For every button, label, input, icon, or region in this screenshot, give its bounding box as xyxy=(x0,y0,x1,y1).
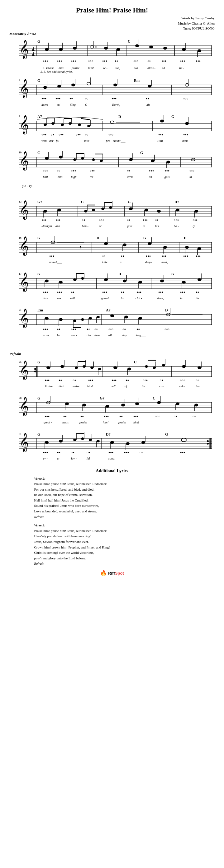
note xyxy=(135,402,139,405)
staff-svg-5: 𝄞 13 G7 C G D7 xyxy=(9,197,215,231)
lyric: to xyxy=(143,224,145,228)
lyric: chil - xyxy=(136,297,142,300)
lyric: him! xyxy=(103,421,108,424)
note xyxy=(163,246,167,249)
note xyxy=(101,208,104,210)
svg-text:●●: ●● xyxy=(71,290,75,294)
svg-text:○○○: ○○○ xyxy=(108,133,113,136)
note xyxy=(138,317,142,319)
note xyxy=(45,317,49,319)
verse2-line4: Hail him! hail him! Jesus the Crucified. xyxy=(34,498,190,503)
note xyxy=(194,210,198,213)
note xyxy=(43,86,47,89)
lyric: ho - xyxy=(174,224,179,228)
chord-G-5: G xyxy=(128,200,131,204)
note xyxy=(185,246,189,249)
lyric: Je - xyxy=(43,297,48,300)
note xyxy=(198,278,201,281)
lyric: Like xyxy=(102,260,108,264)
lyric: will xyxy=(70,297,75,300)
note xyxy=(81,318,84,321)
note xyxy=(96,316,100,318)
note xyxy=(75,367,78,369)
chord-C-9: C xyxy=(134,360,137,364)
svg-text:●●●: ●●● xyxy=(161,254,166,257)
note xyxy=(90,367,93,369)
lyric: him! xyxy=(133,421,139,424)
chord-D7-11: D7 xyxy=(106,432,111,436)
lyric-3: praise xyxy=(71,66,80,70)
svg-text:○○○: ○○○ xyxy=(155,415,160,418)
svg-text:○○●: ○○● xyxy=(143,379,148,382)
chord-D-8: D xyxy=(165,308,168,312)
treble-clef-4: 𝄞 xyxy=(19,151,29,171)
watermark[interactable]: 🔥 RiffSpot xyxy=(9,570,215,577)
lyric: him! xyxy=(58,175,63,179)
staff-svg-10: 𝄞 28 G G7 C xyxy=(9,393,215,428)
svg-text:●●●: ●●● xyxy=(102,290,107,294)
words-credit: Words by Fanny Crosby xyxy=(9,16,215,21)
measure-num-28: 28 xyxy=(19,396,22,400)
lyric: joy - xyxy=(71,457,77,460)
lyric: car - xyxy=(71,334,77,337)
svg-text:●●●: ●●● xyxy=(133,415,138,418)
tune-credit: Tune: JOYFUL SONG xyxy=(9,26,215,31)
svg-text:○○○: ○○○ xyxy=(180,379,185,382)
svg-text:●●: ●● xyxy=(57,328,60,331)
svg-text:○●: ○● xyxy=(122,328,126,331)
staff-block-5: 𝄞 13 G7 C G D7 xyxy=(9,197,215,231)
lyric-9: ed xyxy=(162,66,165,70)
note xyxy=(121,404,125,406)
chord-A7-8: A7 xyxy=(106,308,111,312)
lyric: great - xyxy=(44,421,52,424)
svg-text:●●: ●● xyxy=(127,218,131,221)
svg-text:●●●: ●●● xyxy=(88,379,93,382)
chord-G-10: G xyxy=(37,396,40,400)
spot-text: Spot xyxy=(115,571,124,576)
note xyxy=(73,278,76,281)
svg-text:○●●: ○●● xyxy=(71,169,76,173)
svg-text:○●: ○● xyxy=(174,415,177,418)
lyric: shep - xyxy=(145,260,152,264)
treble-clef-7: 𝄞 xyxy=(19,273,29,292)
chord-C-4: C xyxy=(37,151,40,155)
note xyxy=(116,48,120,51)
lyric: cel - xyxy=(179,384,185,388)
svg-text:○○○: ○○○ xyxy=(165,328,169,331)
svg-text:●●: ●● xyxy=(127,169,131,173)
lyric: arch - xyxy=(127,175,135,179)
staff-lines-6 xyxy=(19,242,212,252)
treble-clef-6: 𝄞 xyxy=(19,237,29,256)
music-credit: Music by Chester G. Allen xyxy=(9,21,215,26)
lyric: est xyxy=(90,175,93,179)
staff-svg-6: 𝄞 16 G D G D 𝄽 xyxy=(9,233,215,267)
svg-text:●●: ●● xyxy=(146,97,149,100)
note xyxy=(129,207,133,210)
riff-text: Riff xyxy=(108,571,115,576)
svg-text:●●●: ●●● xyxy=(158,290,163,294)
svg-text:●●●: ●●● xyxy=(57,290,62,294)
lyric: an - xyxy=(149,175,154,179)
verse3-refrain: Refrain xyxy=(34,561,190,566)
chord-D: D xyxy=(118,115,121,119)
lyric: praise xyxy=(118,421,127,424)
verse2-line3: he our Rock, our hope of eternal salvati… xyxy=(34,492,190,498)
lyric: hon - xyxy=(82,224,88,228)
staff-block-2: 𝄞 4 G Em xyxy=(9,75,215,110)
tab-dots: ●●● xyxy=(71,59,76,63)
svg-text:●●●: ●●● xyxy=(55,97,60,100)
note xyxy=(138,281,142,283)
note xyxy=(198,247,201,250)
svg-text:○○: ○○ xyxy=(193,415,196,418)
chord-D-7: D xyxy=(118,272,121,276)
lyric: praise xyxy=(79,421,88,424)
lyric: his xyxy=(155,224,159,228)
svg-text:○○○: ○○○ xyxy=(99,218,104,221)
tab-dots: ●●● xyxy=(43,59,48,63)
lyric-alt: 2. 3. See additional lyrics. xyxy=(40,70,73,73)
lyric-8: bless - xyxy=(147,66,156,70)
staff-svg-11: 𝄞 31 G D7 G xyxy=(9,429,215,464)
note xyxy=(106,405,109,408)
lyric: love xyxy=(84,139,89,143)
svg-text:●●●: ●●● xyxy=(43,290,48,294)
